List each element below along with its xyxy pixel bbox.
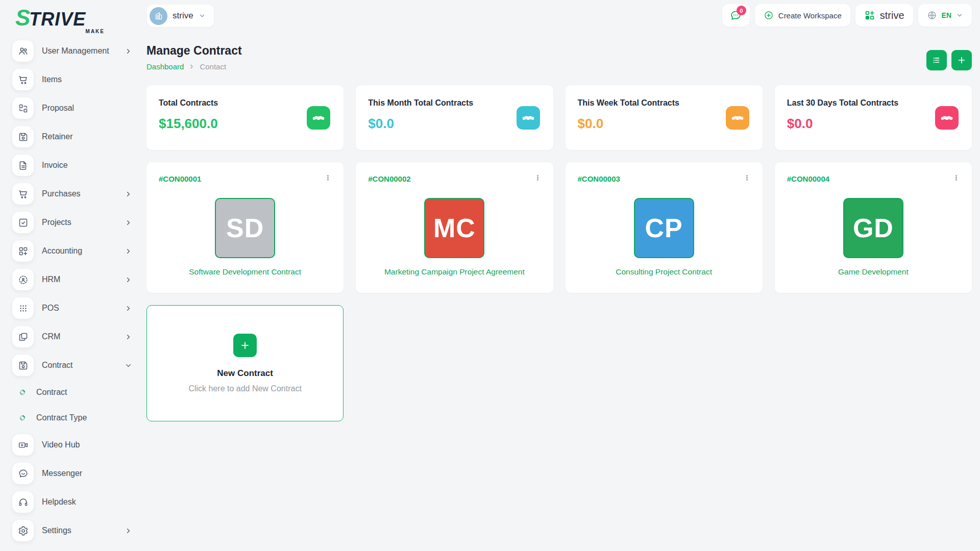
video-icon — [12, 434, 34, 456]
chevron-right-icon — [125, 276, 132, 284]
globe-icon — [927, 10, 937, 20]
sidebar-item-user-management[interactable]: User Management — [0, 37, 144, 65]
create-workspace-button[interactable]: Create Workspace — [755, 4, 850, 27]
sidebar-subitem-contract[interactable]: Contract — [0, 380, 144, 405]
logo-text: TRIVE — [29, 9, 86, 30]
breadcrumb: Dashboard Contact — [146, 62, 242, 71]
topbar-actions: 0 Create Workspace strive EN — [722, 4, 972, 27]
messages-button[interactable]: 0 — [722, 4, 750, 27]
workspace-selector-label: strive — [173, 11, 193, 21]
kebab-menu-icon[interactable] — [531, 171, 544, 184]
workspace-selector[interactable]: strive — [147, 5, 214, 27]
sidebar-item-hrm[interactable]: HRM — [0, 265, 144, 294]
list-view-button[interactable] — [926, 50, 947, 70]
check-square-icon — [12, 212, 34, 233]
chevron-right-icon — [125, 219, 132, 227]
language-selector[interactable]: EN — [918, 4, 972, 27]
sidebar-item-messenger[interactable]: Messenger — [0, 459, 144, 488]
sidebar-item-purchases[interactable]: Purchases — [0, 180, 144, 208]
handshake-icon — [517, 106, 540, 130]
contract-id-link[interactable]: #CON00002 — [368, 174, 410, 183]
stat-value: $0.0 — [787, 116, 960, 132]
new-contract-row: New Contract Click here to add New Contr… — [146, 305, 972, 421]
app-logo[interactable]: STRIVE MAKE — [15, 5, 105, 34]
sidebar-item-video-hub[interactable]: Video Hub — [0, 431, 144, 459]
contract-id-link[interactable]: #CON00001 — [159, 174, 201, 183]
chevron-right-icon — [125, 527, 132, 535]
page-header: Manage Contract Dashboard Contact — [146, 44, 972, 71]
sidebar-item-pos[interactable]: POS — [0, 294, 144, 322]
sidebar-item-retainer[interactable]: Retainer — [0, 122, 144, 151]
sidebar: User Management Items Proposal Retainer … — [0, 31, 144, 551]
proposal-icon — [12, 97, 34, 119]
contract-name-link[interactable]: Marketing Campaign Project Agreement — [368, 267, 541, 277]
chevron-right-icon — [125, 305, 132, 312]
stat-value: $0.0 — [368, 116, 541, 132]
kebab-menu-icon[interactable] — [322, 171, 334, 184]
headphones-icon — [12, 491, 34, 513]
grid-add-icon — [12, 240, 34, 262]
plus-icon — [239, 340, 251, 351]
contracts-grid: #CON00001 SD Software Development Contra… — [146, 162, 972, 293]
contract-card-con00003: #CON00003 CP Consulting Project Contract — [566, 162, 763, 293]
add-contract-button[interactable] — [951, 50, 972, 70]
invoice-icon — [12, 155, 34, 176]
contract-card-con00001: #CON00001 SD Software Development Contra… — [146, 162, 344, 293]
message-count-badge: 0 — [737, 6, 746, 15]
sidebar-item-helpdesk[interactable]: Helpdesk — [0, 488, 144, 516]
sidebar-item-items[interactable]: Items — [0, 65, 144, 94]
building-icon — [150, 7, 167, 25]
kebab-menu-icon[interactable] — [741, 171, 753, 184]
new-contract-hint: Click here to add New Contract — [188, 384, 301, 393]
list-icon — [932, 55, 942, 65]
plus-icon — [957, 55, 967, 65]
topbar: STRIVE MAKE strive 0 Create Workspace st… — [0, 0, 980, 31]
new-contract-title: New Contract — [217, 368, 273, 379]
gear-icon — [12, 520, 34, 541]
sidebar-item-invoice[interactable]: Invoice — [0, 151, 144, 180]
chevron-right-icon — [125, 333, 132, 341]
contract-avatar: CP — [634, 198, 694, 258]
stat-label: This Week Total Contracts — [578, 98, 750, 108]
contract-name-link[interactable]: Consulting Project Contract — [578, 267, 750, 277]
sidebar-item-projects[interactable]: Projects — [0, 208, 144, 237]
handshake-icon — [307, 106, 330, 130]
contract-id-link[interactable]: #CON00004 — [787, 174, 829, 183]
breadcrumb-dashboard-link[interactable]: Dashboard — [146, 62, 184, 71]
kebab-menu-icon[interactable] — [950, 171, 963, 184]
new-contract-plus-button[interactable] — [233, 334, 257, 357]
stat-value: $15,600.0 — [159, 116, 331, 132]
sidebar-item-contract[interactable]: Contract — [0, 351, 144, 380]
contract-avatar: MC — [424, 198, 484, 258]
ring-icon — [19, 415, 26, 421]
new-contract-card[interactable]: New Contract Click here to add New Contr… — [146, 305, 344, 421]
cart-icon — [12, 69, 34, 90]
contract-name-link[interactable]: Game Development — [787, 267, 960, 277]
save-icon — [12, 355, 34, 376]
active-workspace-button[interactable]: strive — [855, 4, 913, 27]
contract-name-link[interactable]: Software Development Contract — [159, 267, 331, 277]
create-workspace-label: Create Workspace — [778, 11, 842, 20]
stat-label: Total Contracts — [159, 98, 331, 108]
sidebar-item-crm[interactable]: CRM — [0, 322, 144, 351]
active-workspace-label: strive — [880, 10, 904, 21]
page-toolbar — [926, 50, 972, 70]
stats-grid: Total Contracts $15,600.0 This Month Tot… — [146, 85, 972, 150]
contract-id-link[interactable]: #CON00003 — [578, 174, 620, 183]
sidebar-item-proposal[interactable]: Proposal — [0, 94, 144, 122]
dots-grid-icon — [12, 297, 34, 319]
circle-plus-icon — [764, 10, 774, 20]
main-content: Manage Contract Dashboard Contact Total … — [144, 31, 980, 551]
breadcrumb-current: Contact — [200, 62, 226, 71]
stat-value: $0.0 — [578, 116, 750, 132]
sidebar-subitem-contract-type[interactable]: Contract Type — [0, 405, 144, 431]
contract-card-con00002: #CON00002 MC Marketing Campaign Project … — [356, 162, 553, 293]
handshake-icon — [726, 106, 749, 130]
contract-avatar: SD — [215, 198, 275, 258]
grid-plus-icon — [864, 10, 875, 21]
chevron-down-icon — [956, 12, 963, 19]
stat-card-this-month-total-contracts: This Month Total Contracts $0.0 — [356, 85, 553, 150]
sidebar-item-accounting[interactable]: Accounting — [0, 237, 144, 265]
sidebar-item-settings[interactable]: Settings — [0, 516, 144, 545]
hrm-icon — [12, 269, 34, 290]
